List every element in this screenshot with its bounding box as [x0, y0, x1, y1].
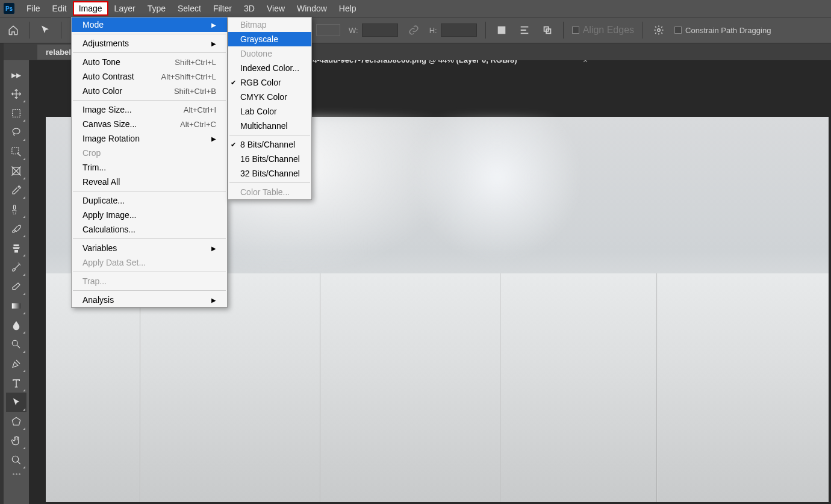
- tab-title-visible: 02667-8f74-4add-9ec7-7ecf3fab8c60.png @ …: [277, 60, 522, 64]
- gear-icon[interactable]: [652, 23, 666, 37]
- menu-item-auto-tone[interactable]: Auto ToneShift+Ctrl+L: [72, 55, 227, 69]
- mode-indexed[interactable]: Indexed Color...: [228, 61, 311, 75]
- svg-point-12: [12, 456, 19, 462]
- stroke-style-selector[interactable]: [316, 24, 340, 36]
- menu-select[interactable]: Select: [172, 1, 207, 16]
- lasso-tool[interactable]: [6, 123, 26, 142]
- tools-panel: ▸▸: [4, 63, 29, 504]
- separator: [643, 22, 643, 39]
- path-selection-tool[interactable]: [6, 393, 26, 412]
- gradient-tool[interactable]: [6, 296, 26, 316]
- menu-3d[interactable]: 3D: [238, 1, 261, 16]
- tab-close-icon[interactable]: ×: [583, 60, 588, 65]
- mode-8bits[interactable]: ✔8 Bits/Channel: [228, 137, 311, 152]
- separator: [563, 22, 564, 39]
- check-icon: ✔: [231, 79, 236, 87]
- menu-item-analysis[interactable]: Analysis▶: [72, 293, 227, 307]
- svg-rect-0: [497, 26, 505, 34]
- healing-brush-tool[interactable]: [6, 200, 26, 219]
- image-menu-dropdown: Mode▶ Adjustments▶ Auto ToneShift+Ctrl+L…: [71, 17, 228, 308]
- mode-bitmap: Bitmap: [228, 17, 311, 32]
- collapse-icon[interactable]: ▸▸: [6, 65, 26, 84]
- blur-tool[interactable]: [6, 316, 26, 335]
- separator: [61, 22, 61, 39]
- menu-image[interactable]: Image: [73, 1, 108, 16]
- type-tool[interactable]: [6, 373, 26, 393]
- mode-16bits[interactable]: 16 Bits/Channel: [228, 152, 311, 166]
- move-cursor-icon[interactable]: [38, 23, 52, 37]
- menu-item-image-rotation[interactable]: Image Rotation▶: [72, 131, 227, 146]
- history-brush-tool[interactable]: [6, 258, 26, 277]
- zoom-tool[interactable]: [6, 450, 26, 470]
- menu-item-auto-contrast[interactable]: Auto ContrastAlt+Shift+Ctrl+L: [72, 69, 227, 84]
- mode-rgb[interactable]: ✔RGB Color: [228, 75, 311, 90]
- svg-marker-11: [12, 417, 20, 425]
- menu-item-apply-image[interactable]: Apply Image...: [72, 208, 227, 222]
- eraser-tool[interactable]: [6, 277, 26, 296]
- mode-cmyk[interactable]: CMYK Color: [228, 90, 311, 104]
- menu-view[interactable]: View: [261, 1, 291, 16]
- mode-color-table: Color Table...: [228, 185, 311, 199]
- menu-file[interactable]: File: [20, 1, 46, 16]
- menu-item-trim[interactable]: Trim...: [72, 160, 227, 175]
- menu-item-apply-data-set: Apply Data Set...: [72, 255, 227, 270]
- svg-point-3: [658, 29, 661, 32]
- pen-tool[interactable]: [6, 354, 26, 373]
- menu-filter[interactable]: Filter: [207, 1, 238, 16]
- mode-duotone: Duotone: [228, 46, 311, 61]
- menu-item-reveal-all[interactable]: Reveal All: [72, 175, 227, 189]
- svg-rect-9: [12, 303, 20, 309]
- constrain-label: Constrain Path Dragging: [685, 26, 771, 35]
- height-field[interactable]: [441, 23, 477, 37]
- mode-lab[interactable]: Lab Color: [228, 104, 311, 119]
- dodge-tool[interactable]: [6, 335, 26, 354]
- clone-stamp-tool[interactable]: [6, 238, 26, 258]
- align-edges-checkbox[interactable]: [572, 26, 579, 34]
- align-edges-label: Align Edges: [583, 25, 634, 36]
- brush-tool[interactable]: [6, 219, 26, 238]
- menu-help[interactable]: Help: [333, 1, 363, 16]
- height-label: H:: [429, 26, 437, 35]
- separator: [29, 22, 30, 39]
- menu-item-duplicate[interactable]: Duplicate...: [72, 193, 227, 208]
- mode-submenu: Bitmap Grayscale Duotone Indexed Color..…: [228, 17, 312, 200]
- svg-point-10: [12, 340, 17, 346]
- menu-item-calculations[interactable]: Calculations...: [72, 222, 227, 237]
- app-logo-icon: Ps: [4, 3, 14, 14]
- quick-selection-tool[interactable]: [6, 142, 26, 161]
- home-icon[interactable]: [6, 23, 20, 37]
- menu-layer[interactable]: Layer: [108, 1, 142, 16]
- svg-point-5: [13, 128, 20, 134]
- mode-32bits[interactable]: 32 Bits/Channel: [228, 166, 311, 181]
- marquee-tool[interactable]: [6, 104, 26, 123]
- edit-toolbar-icon[interactable]: [11, 473, 21, 476]
- menu-item-adjustments[interactable]: Adjustments▶: [72, 36, 227, 51]
- width-label: W:: [349, 26, 358, 35]
- menu-item-canvas-size[interactable]: Canvas Size...Alt+Ctrl+C: [72, 117, 227, 131]
- shape-tool[interactable]: [6, 412, 26, 431]
- menu-window[interactable]: Window: [291, 1, 333, 16]
- constrain-checkbox[interactable]: [674, 26, 682, 34]
- move-tool[interactable]: [6, 84, 26, 104]
- link-icon[interactable]: [406, 23, 421, 37]
- menu-item-image-size[interactable]: Image Size...Alt+Ctrl+I: [72, 102, 227, 117]
- hand-tool[interactable]: [6, 431, 26, 450]
- menu-bar: Ps File Edit Image Layer Type Select Fil…: [0, 0, 831, 17]
- path-arrangement-icon[interactable]: [540, 23, 555, 37]
- width-field[interactable]: [362, 23, 398, 37]
- menu-item-variables[interactable]: Variables▶: [72, 241, 227, 255]
- menu-edit[interactable]: Edit: [46, 1, 73, 16]
- mode-grayscale[interactable]: Grayscale: [228, 32, 311, 46]
- menu-item-mode[interactable]: Mode▶: [72, 17, 227, 32]
- mode-multichannel[interactable]: Multichannel: [228, 119, 311, 133]
- separator: [485, 22, 486, 39]
- path-alignment-icon[interactable]: [517, 23, 532, 37]
- svg-rect-8: [14, 205, 16, 210]
- menu-item-crop: Crop: [72, 146, 227, 160]
- menu-type[interactable]: Type: [142, 1, 172, 16]
- path-operations-icon[interactable]: [494, 23, 509, 37]
- eyedropper-tool[interactable]: [6, 181, 26, 200]
- crop-tool[interactable]: [6, 161, 26, 181]
- check-icon: ✔: [231, 141, 236, 149]
- menu-item-auto-color[interactable]: Auto ColorShift+Ctrl+B: [72, 84, 227, 98]
